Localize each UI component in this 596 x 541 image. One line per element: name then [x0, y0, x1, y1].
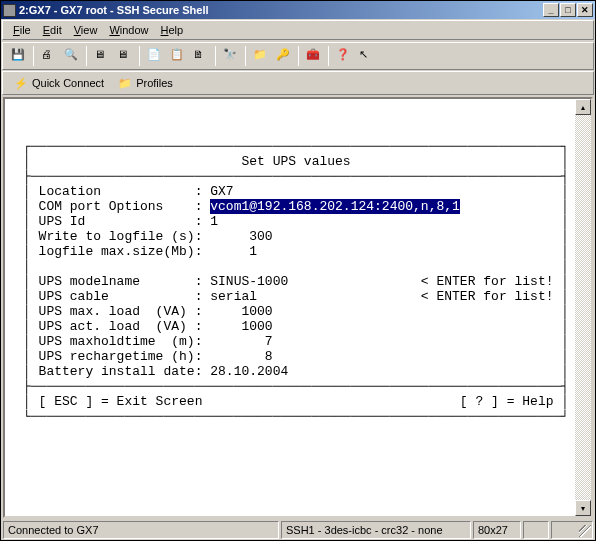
disconnect-button[interactable]: 🖥 — [113, 45, 136, 67]
key-button[interactable]: 🔑 — [272, 45, 295, 67]
scroll-down-button[interactable]: ▾ — [575, 500, 591, 516]
toolbar-sep — [245, 46, 246, 66]
resize-grip[interactable] — [579, 525, 591, 537]
window-title: 2:GX7 - GX7 root - SSH Secure Shell — [19, 4, 543, 16]
menu-file[interactable]: File — [7, 23, 37, 37]
toolbar-sep — [139, 46, 140, 66]
settings-icon: 🧰 — [306, 48, 322, 64]
menu-edit[interactable]: Edit — [37, 23, 68, 37]
save-button[interactable]: 💾 — [7, 45, 30, 67]
terminal[interactable]: ┌───────────────────────────────────────… — [5, 99, 575, 516]
find-icon: 🔭 — [223, 48, 239, 64]
quick-connect-icon: ⚡ — [14, 77, 28, 90]
paste-button[interactable]: 📋 — [166, 45, 189, 67]
connection-bar: ⚡ Quick Connect 📁 Profiles — [2, 71, 594, 95]
vertical-scrollbar[interactable]: ▴ ▾ — [575, 99, 591, 516]
status-bar: Connected to GX7 SSH1 - 3des-icbc - crc3… — [1, 520, 595, 540]
status-connection: Connected to GX7 — [3, 521, 279, 539]
toolbar: 💾 🖨 🔍 🖥 🖥 📄 📋 🗎 🔭 📁 🔑 🧰 ❓ ↖ — [2, 42, 594, 70]
folder-icon: 📁 — [253, 48, 269, 64]
terminal-icon: 🖥 — [94, 48, 110, 64]
profiles-button[interactable]: 📁 Profiles — [111, 74, 180, 93]
quick-connect-button[interactable]: ⚡ Quick Connect — [7, 74, 111, 93]
menu-view[interactable]: View — [68, 23, 104, 37]
help-icon: ❓ — [336, 48, 352, 64]
print-preview-button[interactable]: 🔍 — [60, 45, 83, 67]
status-empty2 — [551, 521, 593, 539]
content-area: ┌───────────────────────────────────────… — [3, 97, 593, 518]
quick-connect-label: Quick Connect — [32, 77, 104, 89]
new-icon: 🗎 — [193, 48, 209, 64]
scroll-track[interactable] — [575, 115, 591, 500]
copy-icon: 📄 — [147, 48, 163, 64]
menu-window[interactable]: Window — [103, 23, 154, 37]
context-help-button[interactable]: ↖ — [355, 45, 378, 67]
scroll-up-button[interactable]: ▴ — [575, 99, 591, 115]
new-button[interactable]: 🗎 — [189, 45, 212, 67]
help-button[interactable]: ❓ — [332, 45, 355, 67]
status-protocol: SSH1 - 3des-icbc - crc32 - none — [281, 521, 471, 539]
titlebar: 2:GX7 - GX7 root - SSH Secure Shell _ □ … — [1, 1, 595, 19]
find-button[interactable]: 🔭 — [219, 45, 242, 67]
print-icon: 🖨 — [41, 48, 57, 64]
copy-button[interactable]: 📄 — [143, 45, 166, 67]
profiles-icon: 📁 — [118, 77, 132, 90]
toolbar-sep — [86, 46, 87, 66]
minimize-button[interactable]: _ — [543, 3, 559, 17]
new-terminal-button[interactable]: 🖥 — [90, 45, 113, 67]
status-size: 80x27 — [473, 521, 521, 539]
app-window: 2:GX7 - GX7 root - SSH Secure Shell _ □ … — [0, 0, 596, 541]
folder-button[interactable]: 📁 — [249, 45, 272, 67]
settings-button[interactable]: 🧰 — [302, 45, 325, 67]
pointer-help-icon: ↖ — [359, 48, 375, 64]
terminal-disconnect-icon: 🖥 — [117, 48, 133, 64]
toolbar-sep — [215, 46, 216, 66]
menubar: File Edit View Window Help — [2, 20, 594, 40]
app-icon — [3, 4, 16, 17]
menu-help[interactable]: Help — [155, 23, 190, 37]
preview-icon: 🔍 — [64, 48, 80, 64]
toolbar-sep — [298, 46, 299, 66]
toolbar-sep — [328, 46, 329, 66]
paste-icon: 📋 — [170, 48, 186, 64]
print-button[interactable]: 🖨 — [37, 45, 60, 67]
close-button[interactable]: ✕ — [577, 3, 593, 17]
profiles-label: Profiles — [136, 77, 173, 89]
status-empty1 — [523, 521, 549, 539]
save-icon: 💾 — [11, 48, 27, 64]
key-icon: 🔑 — [276, 48, 292, 64]
maximize-button[interactable]: □ — [560, 3, 576, 17]
toolbar-sep — [33, 46, 34, 66]
